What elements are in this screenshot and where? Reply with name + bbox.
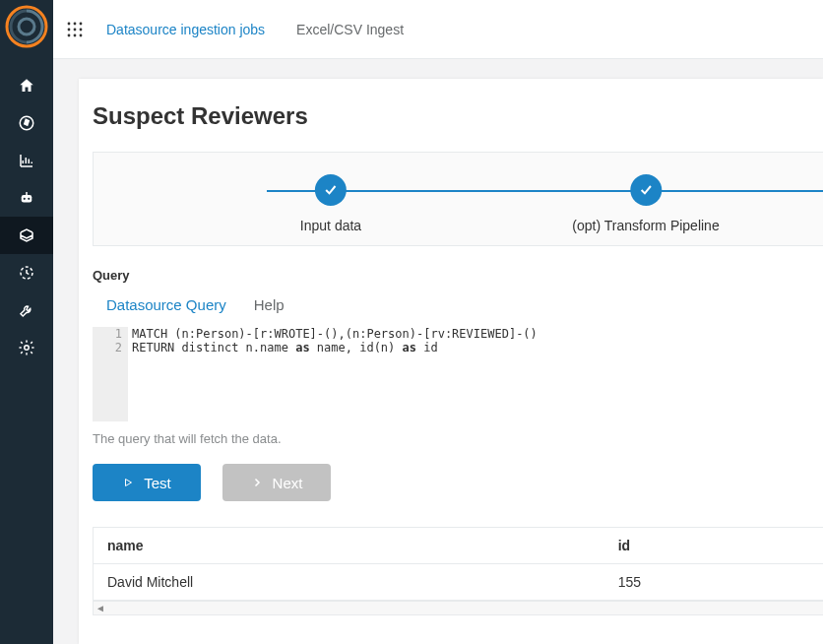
test-button[interactable]: Test [93, 464, 201, 501]
query-section-label: Query [79, 268, 823, 296]
check-icon [630, 174, 662, 206]
svg-point-0 [7, 7, 46, 46]
step-label: (opt) Transform Pipeline [572, 218, 719, 233]
sidebar [0, 0, 53, 644]
chevron-right-icon [251, 477, 263, 488]
svg-point-15 [80, 33, 83, 36]
nav-tools[interactable] [0, 291, 53, 329]
code-keyword: as [403, 341, 416, 354]
code-text: id [416, 341, 438, 354]
topbar: Datasource ingestion jobs Excel/CSV Inge… [53, 0, 823, 59]
test-button-label: Test [144, 475, 171, 491]
nav-chart[interactable] [0, 142, 53, 179]
step-transform-pipeline[interactable]: (opt) Transform Pipeline [572, 174, 719, 233]
table-header-row: name id [94, 528, 823, 564]
page-title: Suspect Reviewers [79, 102, 823, 152]
stepper: Input data (opt) Transform Pipeline [93, 152, 823, 246]
next-button-label: Next [273, 475, 303, 491]
horizontal-scrollbar[interactable]: ◄ [94, 601, 823, 614]
svg-point-4 [28, 198, 30, 200]
next-button[interactable]: Next [222, 464, 331, 501]
svg-point-10 [68, 28, 71, 31]
tab-help[interactable]: Help [254, 296, 285, 317]
step-input-data[interactable]: Input data [300, 174, 361, 233]
code-keyword: as [295, 341, 309, 354]
col-id[interactable]: id [604, 528, 823, 564]
svg-rect-2 [22, 195, 32, 203]
svg-point-6 [25, 346, 30, 351]
svg-point-3 [24, 198, 26, 200]
button-row: Test Next [79, 464, 823, 527]
nav-ingest[interactable] [0, 217, 53, 254]
nav-home[interactable] [0, 67, 53, 104]
code-editor[interactable]: 1 2 MATCH (n:Person)-[r:WROTE]-(),(n:Per… [93, 327, 823, 421]
app-logo[interactable] [0, 0, 53, 53]
apps-grid-icon[interactable] [67, 22, 83, 37]
svg-point-12 [80, 28, 83, 31]
line-number: 1 [93, 327, 122, 341]
cell-name: David Mitchell [94, 564, 604, 601]
col-name[interactable]: name [94, 528, 604, 564]
step-label: Input data [300, 218, 361, 233]
nav-history[interactable] [0, 254, 53, 291]
svg-point-9 [80, 22, 83, 25]
code-text: name, id(n) [310, 341, 403, 354]
scroll-left-icon: ◄ [95, 603, 105, 613]
query-tabs: Datasource Query Help [79, 296, 823, 327]
svg-point-13 [68, 33, 71, 36]
svg-point-8 [74, 22, 77, 25]
cell-id: 155 [604, 564, 823, 601]
nav-settings[interactable] [0, 329, 53, 366]
breadcrumb-parent-link[interactable]: Datasource ingestion jobs [106, 22, 265, 37]
play-icon [122, 477, 134, 488]
line-number: 2 [93, 341, 122, 354]
code-content[interactable]: MATCH (n:Person)-[r:WROTE]-(),(n:Person)… [128, 327, 823, 421]
check-icon [315, 174, 347, 206]
svg-point-14 [74, 33, 77, 36]
query-helper-text: The query that will fetch the data. [79, 421, 823, 464]
results-table: name id David Mitchell 155 ◄ [93, 527, 823, 615]
content-panel: Suspect Reviewers Input data (opt) Trans… [79, 79, 823, 644]
code-text: RETURN distinct n.name [132, 341, 295, 354]
nav-robot[interactable] [0, 179, 53, 217]
breadcrumb: Datasource ingestion jobs Excel/CSV Inge… [106, 22, 404, 37]
svg-point-7 [68, 22, 71, 25]
svg-point-11 [74, 28, 77, 31]
nav-explore[interactable] [0, 104, 53, 142]
breadcrumb-current: Excel/CSV Ingest [296, 22, 404, 37]
tab-datasource-query[interactable]: Datasource Query [106, 296, 226, 317]
code-text: MATCH (n:Person)-[r:WROTE]-(),(n:Person)… [132, 327, 538, 341]
code-gutter: 1 2 [93, 327, 128, 421]
main-area: Suspect Reviewers Input data (opt) Trans… [53, 59, 823, 644]
table-row[interactable]: David Mitchell 155 [94, 564, 823, 601]
